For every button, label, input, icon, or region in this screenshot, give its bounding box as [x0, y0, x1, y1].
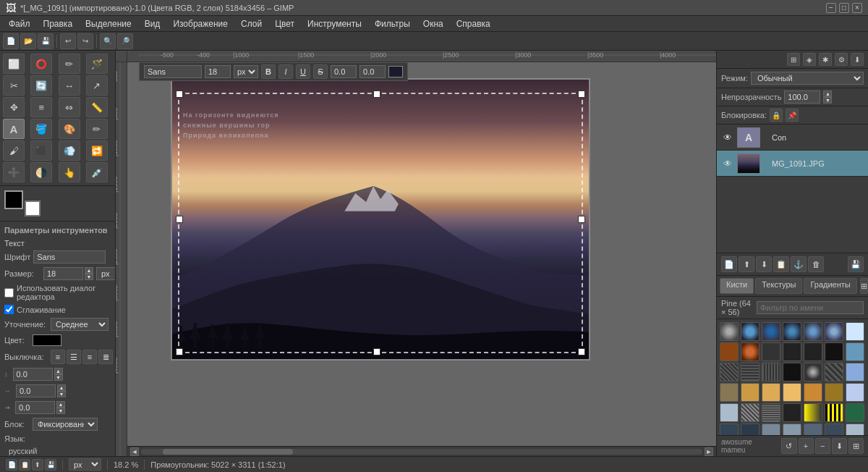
layer-raise-btn[interactable]: ⬆: [739, 256, 754, 272]
zoom-in-button[interactable]: 🔍: [100, 33, 116, 49]
brush-cell-12[interactable]: [804, 342, 822, 361]
brush-cell-34[interactable]: [825, 403, 843, 422]
italic-button[interactable]: I: [278, 64, 293, 79]
brush-cell-28[interactable]: [846, 383, 864, 402]
open-button[interactable]: 📂: [20, 33, 36, 49]
size-input[interactable]: [43, 267, 83, 280]
brush-cell-13[interactable]: [825, 342, 843, 361]
mode-select[interactable]: Обычный Умножение Экран: [751, 72, 864, 85]
layer-row-photo[interactable]: 👁 MG_1091.JPG: [717, 151, 868, 177]
brush-cell-7[interactable]: [846, 322, 864, 341]
brush-cell-14[interactable]: [846, 342, 864, 361]
brush-cell-20[interactable]: [825, 363, 843, 382]
brush-cell-11[interactable]: [783, 342, 801, 361]
scroll-left-btn[interactable]: ◄: [130, 447, 139, 456]
status-btn-3[interactable]: ⬆: [32, 459, 43, 471]
brush-cell-35[interactable]: [846, 403, 864, 422]
unit-select[interactable]: px mm %: [69, 458, 101, 471]
scroll-right-btn[interactable]: ►: [705, 447, 713, 456]
font-size-input[interactable]: [205, 65, 231, 78]
tool-eraser[interactable]: ⬛: [30, 140, 52, 161]
menu-layer[interactable]: Слой: [235, 17, 268, 30]
tool-measure[interactable]: 📏: [86, 97, 108, 117]
brush-cell-29[interactable]: [720, 403, 739, 422]
panel-icon-1[interactable]: ⊞: [787, 53, 800, 66]
block-select[interactable]: Фиксированный Динамический: [33, 418, 98, 431]
antialiasing-checkbox[interactable]: [4, 305, 14, 314]
opacity-input[interactable]: [784, 90, 820, 104]
brush-delete-btn[interactable]: −: [815, 438, 830, 454]
spacing3-input[interactable]: [15, 401, 55, 414]
menu-file[interactable]: Файл: [3, 17, 36, 30]
tool-flip[interactable]: ⇔: [59, 97, 80, 117]
size-down[interactable]: ▼: [85, 274, 93, 280]
brush-cell-17[interactable]: [762, 363, 780, 382]
menu-help[interactable]: Справка: [451, 17, 496, 30]
justify-left[interactable]: ≡: [51, 350, 65, 364]
brush-cell-40[interactable]: [804, 423, 822, 435]
justify-fill[interactable]: ≣: [98, 350, 113, 364]
brush-cell-18[interactable]: [783, 363, 801, 382]
bold-button[interactable]: B: [261, 64, 276, 79]
brush-cell-1[interactable]: [720, 322, 739, 341]
menu-image[interactable]: Изображение: [167, 17, 234, 30]
background-color-swatch[interactable]: [25, 201, 41, 216]
brush-cell-33[interactable]: [804, 403, 822, 422]
spacing2-down[interactable]: ▼: [57, 391, 66, 397]
spacing2-up[interactable]: ▲: [57, 384, 66, 391]
status-btn-4[interactable]: 💾: [45, 459, 56, 471]
spacing1-input[interactable]: [13, 368, 53, 381]
tool-smudge[interactable]: 👆: [59, 162, 80, 182]
tool-gradient[interactable]: 🎨: [59, 119, 80, 139]
layer-eye-text[interactable]: 👁: [721, 131, 734, 144]
tool-color-picker[interactable]: 💉: [86, 162, 108, 182]
brush-cell-6[interactable]: [825, 322, 843, 341]
brush-cell-9[interactable]: [741, 342, 760, 361]
brush-cell-42[interactable]: [846, 423, 864, 435]
brush-cell-39[interactable]: [783, 423, 801, 435]
font-input[interactable]: [33, 250, 106, 264]
menu-filters[interactable]: Фильтры: [369, 17, 416, 30]
opacity-down[interactable]: ▼: [823, 97, 832, 104]
layer-save-btn[interactable]: 💾: [848, 256, 864, 272]
tool-paintbrush[interactable]: 🖌: [3, 140, 25, 161]
font-name-input[interactable]: [144, 65, 202, 78]
justify-right[interactable]: ≡: [82, 350, 97, 364]
brush-cell-4[interactable]: [783, 322, 801, 341]
close-button[interactable]: ×: [852, 3, 862, 13]
menu-view[interactable]: Вид: [139, 17, 166, 30]
tool-clone[interactable]: 🔁: [86, 140, 108, 161]
tool-align[interactable]: ≡: [30, 97, 52, 117]
brush-cell-16[interactable]: [741, 363, 760, 382]
brush-search-input[interactable]: [757, 301, 864, 314]
tool-dodge-burn[interactable]: 🌗: [30, 162, 52, 182]
brush-cell-32[interactable]: [783, 403, 801, 422]
spacing3-up[interactable]: ▲: [56, 401, 65, 408]
textures-tab[interactable]: Текстуры: [755, 278, 802, 294]
brush-cell-38[interactable]: [762, 423, 780, 435]
layer-row-text[interactable]: 👁 A Con: [717, 125, 868, 151]
brushes-expand-btn[interactable]: ⊞: [860, 278, 868, 294]
underline-button[interactable]: U: [296, 64, 310, 79]
brush-cell-26[interactable]: [804, 383, 822, 402]
opacity-up[interactable]: ▲: [823, 90, 832, 97]
brush-cell-2[interactable]: [741, 322, 760, 341]
y-offset-input[interactable]: [359, 65, 386, 78]
size-unit-select[interactable]: px pt mm: [96, 267, 116, 280]
redo-button[interactable]: ↪: [77, 33, 93, 49]
spacing3-down[interactable]: ▼: [56, 408, 65, 414]
tool-paintbucket[interactable]: 🪣: [30, 119, 52, 139]
panel-icon-3[interactable]: ✱: [819, 53, 832, 66]
strikethrough-button[interactable]: S: [313, 64, 328, 79]
menu-color[interactable]: Цвет: [269, 17, 300, 30]
undo-button[interactable]: ↩: [60, 33, 76, 49]
layer-eye-photo[interactable]: 👁: [721, 157, 734, 170]
gradients-tab[interactable]: Градиенты: [804, 278, 856, 294]
layer-anchor-btn[interactable]: ⚓: [791, 256, 807, 272]
brush-cell-25[interactable]: [783, 383, 801, 402]
panel-icon-5[interactable]: ⬇: [851, 53, 864, 66]
brush-cell-21[interactable]: [846, 363, 864, 382]
panel-icon-2[interactable]: ◈: [803, 53, 816, 66]
menu-select[interactable]: Выделение: [80, 17, 137, 30]
tool-move[interactable]: ✥: [3, 97, 25, 117]
